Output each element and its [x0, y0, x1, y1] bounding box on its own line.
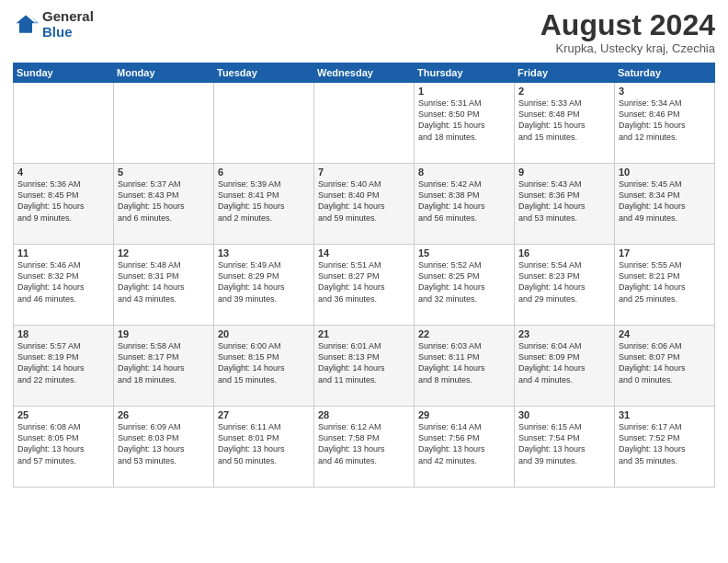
day-number-0-4: 1 — [418, 86, 510, 97]
calendar: Sunday Monday Tuesday Wednesday Thursday… — [13, 63, 715, 488]
calendar-cell-1-1: 5Sunrise: 5:37 AM Sunset: 8:43 PM Daylig… — [114, 164, 214, 245]
day-info-1-0: Sunrise: 5:36 AM Sunset: 8:45 PM Dayligh… — [17, 178, 109, 224]
day-info-3-5: Sunrise: 6:04 AM Sunset: 8:09 PM Dayligh… — [518, 340, 610, 385]
day-info-2-6: Sunrise: 5:55 AM Sunset: 8:21 PM Dayligh… — [619, 259, 711, 304]
day-number-4-1: 26 — [118, 409, 210, 420]
day-info-4-4: Sunrise: 6:14 AM Sunset: 7:56 PM Dayligh… — [418, 421, 510, 466]
day-number-3-0: 18 — [17, 328, 109, 339]
day-info-3-0: Sunrise: 5:57 AM Sunset: 8:19 PM Dayligh… — [17, 340, 109, 385]
calendar-cell-4-3: 28Sunrise: 6:12 AM Sunset: 7:58 PM Dayli… — [314, 407, 415, 488]
day-info-4-2: Sunrise: 6:11 AM Sunset: 8:01 PM Dayligh… — [218, 421, 310, 466]
calendar-cell-3-6: 24Sunrise: 6:06 AM Sunset: 8:07 PM Dayli… — [615, 326, 715, 407]
day-number-4-0: 25 — [17, 409, 109, 420]
calendar-cell-3-1: 19Sunrise: 5:58 AM Sunset: 8:17 PM Dayli… — [114, 326, 214, 407]
day-number-2-2: 13 — [218, 247, 310, 259]
day-info-1-3: Sunrise: 5:40 AM Sunset: 8:40 PM Dayligh… — [318, 178, 410, 224]
day-info-4-6: Sunrise: 6:17 AM Sunset: 7:52 PM Dayligh… — [619, 421, 711, 466]
day-info-4-1: Sunrise: 6:09 AM Sunset: 8:03 PM Dayligh… — [118, 421, 210, 466]
day-info-2-0: Sunrise: 5:46 AM Sunset: 8:32 PM Dayligh… — [17, 259, 109, 304]
day-number-4-2: 27 — [218, 409, 310, 420]
header-tuesday: Tuesday — [214, 63, 314, 83]
header-sunday: Sunday — [14, 63, 114, 83]
day-number-2-4: 15 — [418, 247, 510, 259]
day-info-3-1: Sunrise: 5:58 AM Sunset: 8:17 PM Dayligh… — [118, 340, 210, 385]
calendar-cell-3-4: 22Sunrise: 6:03 AM Sunset: 8:11 PM Dayli… — [415, 326, 515, 407]
calendar-cell-0-3 — [314, 83, 415, 164]
calendar-cell-3-5: 23Sunrise: 6:04 AM Sunset: 8:09 PM Dayli… — [515, 326, 615, 407]
header-saturday: Saturday — [615, 63, 715, 83]
day-info-2-4: Sunrise: 5:52 AM Sunset: 8:25 PM Dayligh… — [418, 259, 510, 304]
calendar-cell-0-5: 2Sunrise: 5:33 AM Sunset: 8:48 PM Daylig… — [515, 83, 615, 164]
calendar-cell-2-3: 14Sunrise: 5:51 AM Sunset: 8:27 PM Dayli… — [314, 245, 415, 326]
day-info-4-5: Sunrise: 6:15 AM Sunset: 7:54 PM Dayligh… — [518, 421, 610, 466]
day-info-2-3: Sunrise: 5:51 AM Sunset: 8:27 PM Dayligh… — [318, 259, 410, 304]
day-info-3-4: Sunrise: 6:03 AM Sunset: 8:11 PM Dayligh… — [418, 340, 510, 385]
day-number-3-2: 20 — [218, 328, 310, 339]
day-info-3-3: Sunrise: 6:01 AM Sunset: 8:13 PM Dayligh… — [318, 340, 410, 385]
calendar-cell-4-0: 25Sunrise: 6:08 AM Sunset: 8:05 PM Dayli… — [14, 407, 114, 488]
calendar-cell-1-3: 7Sunrise: 5:40 AM Sunset: 8:40 PM Daylig… — [314, 164, 415, 245]
day-info-4-0: Sunrise: 6:08 AM Sunset: 8:05 PM Dayligh… — [17, 421, 109, 466]
day-info-1-4: Sunrise: 5:42 AM Sunset: 8:38 PM Dayligh… — [418, 178, 510, 224]
day-number-1-0: 4 — [17, 167, 109, 178]
week-row-1: 4Sunrise: 5:36 AM Sunset: 8:45 PM Daylig… — [14, 164, 715, 245]
title-block: August 2024 Krupka, Ustecky kraj, Czechi… — [540, 9, 715, 55]
calendar-cell-1-0: 4Sunrise: 5:36 AM Sunset: 8:45 PM Daylig… — [14, 164, 114, 245]
calendar-cell-1-2: 6Sunrise: 5:39 AM Sunset: 8:41 PM Daylig… — [214, 164, 314, 245]
calendar-cell-2-0: 11Sunrise: 5:46 AM Sunset: 8:32 PM Dayli… — [14, 245, 114, 326]
day-info-2-5: Sunrise: 5:54 AM Sunset: 8:23 PM Dayligh… — [518, 259, 610, 304]
day-number-3-5: 23 — [518, 328, 610, 339]
day-number-2-3: 14 — [318, 247, 410, 259]
page: General Blue August 2024 Krupka, Ustecky… — [0, 0, 728, 563]
day-number-2-5: 16 — [518, 247, 610, 259]
day-number-4-6: 31 — [619, 409, 711, 420]
logo: General Blue — [13, 9, 94, 40]
calendar-cell-3-2: 20Sunrise: 6:00 AM Sunset: 8:15 PM Dayli… — [214, 326, 314, 407]
day-number-0-6: 3 — [619, 86, 711, 97]
calendar-cell-2-4: 15Sunrise: 5:52 AM Sunset: 8:25 PM Dayli… — [415, 245, 515, 326]
month-title: August 2024 — [540, 9, 715, 41]
calendar-cell-0-1 — [114, 83, 214, 164]
day-info-1-5: Sunrise: 5:43 AM Sunset: 8:36 PM Dayligh… — [518, 178, 610, 224]
logo-blue: Blue — [42, 24, 73, 40]
header: General Blue August 2024 Krupka, Ustecky… — [13, 9, 715, 55]
calendar-cell-2-6: 17Sunrise: 5:55 AM Sunset: 8:21 PM Dayli… — [615, 245, 715, 326]
day-number-1-1: 5 — [118, 167, 210, 178]
calendar-cell-0-0 — [14, 83, 114, 164]
day-number-4-3: 28 — [318, 409, 410, 420]
calendar-cell-4-1: 26Sunrise: 6:09 AM Sunset: 8:03 PM Dayli… — [114, 407, 214, 488]
day-number-1-3: 7 — [318, 167, 410, 178]
calendar-cell-4-5: 30Sunrise: 6:15 AM Sunset: 7:54 PM Dayli… — [515, 407, 615, 488]
day-info-0-5: Sunrise: 5:33 AM Sunset: 8:48 PM Dayligh… — [518, 98, 610, 143]
day-info-2-1: Sunrise: 5:48 AM Sunset: 8:31 PM Dayligh… — [118, 259, 210, 304]
header-friday: Friday — [515, 63, 615, 83]
calendar-cell-4-6: 31Sunrise: 6:17 AM Sunset: 7:52 PM Dayli… — [615, 407, 715, 488]
day-info-2-2: Sunrise: 5:49 AM Sunset: 8:29 PM Dayligh… — [218, 259, 310, 304]
day-number-3-1: 19 — [118, 328, 210, 339]
day-number-3-6: 24 — [619, 328, 711, 339]
day-info-3-6: Sunrise: 6:06 AM Sunset: 8:07 PM Dayligh… — [619, 340, 711, 385]
calendar-cell-2-2: 13Sunrise: 5:49 AM Sunset: 8:29 PM Dayli… — [214, 245, 314, 326]
week-row-3: 18Sunrise: 5:57 AM Sunset: 8:19 PM Dayli… — [14, 326, 715, 407]
day-number-1-6: 10 — [619, 167, 711, 178]
day-info-1-1: Sunrise: 5:37 AM Sunset: 8:43 PM Dayligh… — [118, 178, 210, 224]
header-thursday: Thursday — [415, 63, 515, 83]
calendar-cell-1-4: 8Sunrise: 5:42 AM Sunset: 8:38 PM Daylig… — [415, 164, 515, 245]
day-number-1-4: 8 — [418, 167, 510, 178]
calendar-cell-4-4: 29Sunrise: 6:14 AM Sunset: 7:56 PM Dayli… — [415, 407, 515, 488]
calendar-cell-2-1: 12Sunrise: 5:48 AM Sunset: 8:31 PM Dayli… — [114, 245, 214, 326]
day-number-2-0: 11 — [17, 247, 109, 259]
calendar-cell-0-4: 1Sunrise: 5:31 AM Sunset: 8:50 PM Daylig… — [415, 83, 515, 164]
day-info-1-2: Sunrise: 5:39 AM Sunset: 8:41 PM Dayligh… — [218, 178, 310, 224]
day-number-2-6: 17 — [619, 247, 711, 259]
day-number-1-2: 6 — [218, 167, 310, 178]
calendar-cell-2-5: 16Sunrise: 5:54 AM Sunset: 8:23 PM Dayli… — [515, 245, 615, 326]
day-number-3-3: 21 — [318, 328, 410, 339]
day-number-2-1: 12 — [118, 247, 210, 259]
day-info-3-2: Sunrise: 6:00 AM Sunset: 8:15 PM Dayligh… — [218, 340, 310, 385]
logo-general: General — [42, 8, 94, 24]
day-number-4-5: 30 — [518, 409, 610, 420]
day-info-4-3: Sunrise: 6:12 AM Sunset: 7:58 PM Dayligh… — [318, 421, 410, 466]
day-number-1-5: 9 — [518, 167, 610, 178]
calendar-cell-3-0: 18Sunrise: 5:57 AM Sunset: 8:19 PM Dayli… — [14, 326, 114, 407]
